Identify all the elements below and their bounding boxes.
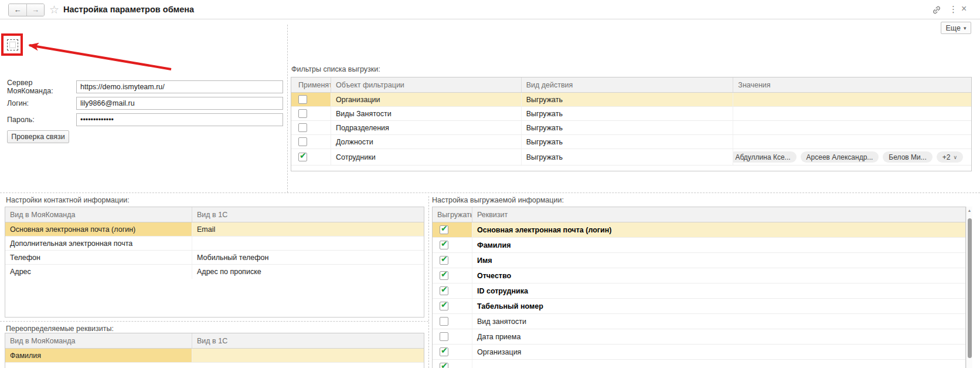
object-cell[interactable]: Должности — [331, 135, 522, 148]
onec-cell[interactable] — [192, 237, 424, 250]
export-row-partial[interactable] — [433, 360, 965, 368]
attr-cell[interactable]: Дата приема — [472, 329, 965, 344]
vertical-splitter-bottom[interactable] — [428, 196, 429, 368]
attr-cell[interactable]: Вид занятости — [472, 314, 965, 329]
object-cell[interactable]: Виды Занятости — [331, 107, 522, 120]
values-cell[interactable] — [733, 121, 971, 134]
checkbox[interactable] — [440, 286, 448, 295]
attr-cell[interactable]: ID сотрудника — [472, 283, 965, 298]
checkbox[interactable] — [440, 363, 448, 368]
export-row[interactable]: Организация — [433, 345, 965, 360]
attr-cell[interactable]: Основная электронная почта (логин) — [472, 222, 965, 237]
checkbox[interactable] — [440, 225, 448, 234]
checkbox[interactable] — [440, 332, 448, 341]
values-cell[interactable] — [733, 107, 971, 120]
attr-cell[interactable]: Фамилия — [472, 238, 965, 252]
action-cell[interactable]: Выгружать — [522, 149, 734, 165]
checkbox[interactable] — [298, 123, 307, 132]
highlighted-checkbox[interactable] — [7, 39, 18, 50]
export-row[interactable]: ID сотрудника — [433, 283, 965, 299]
override-row[interactable]: Фамилия — [5, 349, 424, 363]
forward-icon[interactable]: → — [26, 4, 44, 16]
attr-cell[interactable]: Отчество — [472, 268, 965, 283]
checkbox[interactable] — [298, 109, 307, 118]
contact-row[interactable]: Дополнительная электронная почта — [5, 237, 424, 251]
filter-row-employment-types[interactable]: Виды Занятости Выгружать — [291, 107, 971, 121]
apply-cell[interactable] — [291, 149, 331, 165]
check-connection-button[interactable]: Проверка связи — [7, 130, 69, 143]
action-cell[interactable]: Выгружать — [522, 121, 734, 134]
checkbox[interactable] — [440, 302, 448, 310]
onec-cell[interactable]: Мобильный телефон — [192, 251, 424, 264]
export-row[interactable]: Основная электронная почта (логин) — [433, 222, 965, 238]
close-icon[interactable]: × — [961, 4, 967, 14]
export-cell[interactable] — [433, 268, 472, 283]
export-cell[interactable] — [433, 222, 472, 237]
filter-row-positions[interactable]: Должности Выгружать — [291, 135, 971, 149]
object-cell[interactable]: Организации — [331, 93, 522, 106]
values-cell[interactable] — [733, 93, 971, 106]
scroll-up-icon[interactable]: ▲ — [967, 208, 972, 212]
export-row[interactable]: Фамилия — [433, 238, 965, 253]
action-cell[interactable]: Выгружать — [522, 107, 734, 120]
checkbox[interactable] — [298, 95, 307, 104]
onec-cell[interactable]: Адрес по прописке — [192, 265, 424, 279]
contact-row[interactable]: Телефон Мобильный телефон — [5, 251, 424, 265]
value-chip[interactable]: Абдуллина Ксе... — [733, 151, 796, 163]
attr-cell[interactable]: Имя — [472, 253, 965, 268]
apply-cell[interactable] — [291, 121, 331, 134]
object-cell[interactable]: Сотрудники — [331, 149, 522, 165]
scrollbar-thumb[interactable] — [968, 218, 972, 358]
checkbox[interactable] — [440, 317, 448, 326]
more-button[interactable]: Еще ▾ — [941, 22, 971, 34]
horizontal-splitter[interactable] — [0, 193, 980, 193]
login-input[interactable] — [76, 97, 283, 110]
password-input[interactable] — [76, 113, 283, 126]
export-row[interactable]: Отчество — [433, 268, 965, 283]
apply-cell[interactable] — [291, 93, 331, 106]
attr-cell[interactable]: Табельный номер — [472, 299, 965, 313]
export-row[interactable]: Вид занятости — [433, 314, 965, 329]
back-icon[interactable]: ← — [9, 4, 26, 16]
action-cell[interactable]: Выгружать — [522, 135, 734, 148]
checkbox[interactable] — [440, 271, 448, 280]
checkbox[interactable] — [440, 241, 448, 249]
checkbox[interactable] — [440, 347, 448, 356]
attr-cell[interactable] — [472, 360, 965, 368]
contact-row[interactable]: Адрес Адрес по прописке — [5, 265, 424, 279]
contact-row[interactable]: Основная электронная почта (логин) Email — [5, 222, 424, 237]
filter-row-employees[interactable]: Сотрудники Выгружать Абдуллина Ксе... Ар… — [291, 149, 971, 166]
export-cell[interactable] — [433, 314, 472, 329]
export-row[interactable]: Имя — [433, 253, 965, 268]
export-cell[interactable] — [433, 283, 472, 298]
export-cell[interactable] — [433, 253, 472, 268]
checkbox[interactable] — [440, 256, 448, 265]
onec-cell[interactable]: Email — [192, 222, 424, 236]
myteam-cell[interactable]: Адрес — [5, 265, 192, 279]
export-cell[interactable] — [433, 360, 472, 368]
myteam-cell[interactable]: Основная электронная почта (логин) — [5, 222, 192, 236]
action-cell[interactable]: Выгружать — [522, 93, 734, 106]
export-cell[interactable] — [433, 329, 472, 344]
filter-row-departments[interactable]: Подразделения Выгружать — [291, 121, 971, 135]
vertical-splitter-top[interactable] — [287, 25, 288, 193]
myteam-cell[interactable]: Дополнительная электронная почта — [5, 237, 192, 250]
object-cell[interactable]: Подразделения — [331, 121, 522, 134]
apply-cell[interactable] — [291, 135, 331, 148]
myteam-cell[interactable]: Фамилия — [5, 349, 192, 362]
value-chip[interactable]: Арсеев Александр... — [801, 151, 879, 163]
onec-cell[interactable] — [192, 349, 424, 362]
favorite-star-icon[interactable]: ☆ — [49, 3, 59, 16]
horizontal-splitter-left[interactable] — [0, 321, 428, 322]
vertical-scrollbar[interactable]: ▲ — [966, 207, 972, 368]
apply-cell[interactable] — [291, 107, 331, 120]
export-cell[interactable] — [433, 299, 472, 313]
filter-row-organizations[interactable]: Организации Выгружать — [291, 93, 971, 107]
checkbox[interactable] — [298, 137, 307, 146]
values-cell[interactable] — [733, 135, 971, 148]
value-chip[interactable]: Белов Ми... — [883, 151, 932, 163]
link-icon[interactable] — [931, 5, 942, 15]
server-input[interactable] — [76, 80, 283, 93]
export-cell[interactable] — [433, 345, 472, 359]
kebab-menu-icon[interactable]: ⋮ — [949, 4, 958, 15]
